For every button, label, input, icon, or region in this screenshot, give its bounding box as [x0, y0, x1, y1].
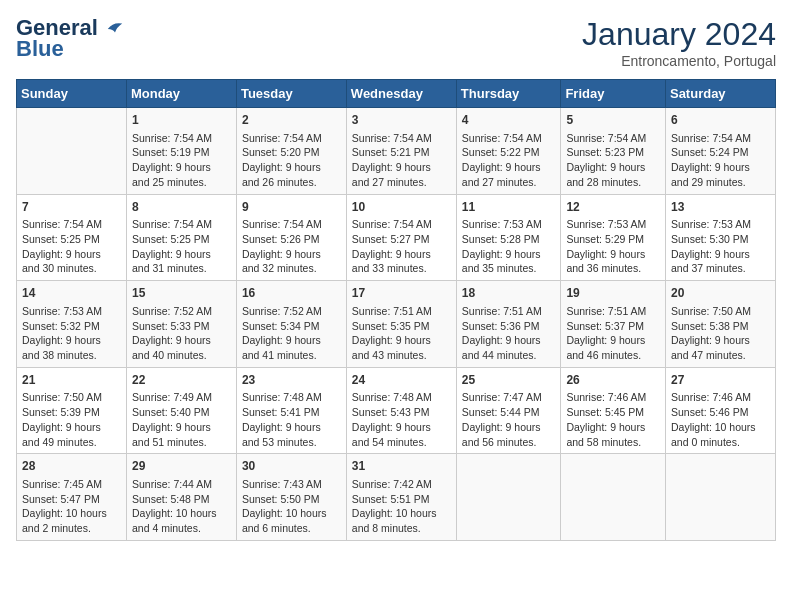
day-info: Sunrise: 7:44 AM Sunset: 5:48 PM Dayligh…	[132, 477, 231, 536]
day-info: Sunrise: 7:45 AM Sunset: 5:47 PM Dayligh…	[22, 477, 121, 536]
day-number: 9	[242, 199, 341, 216]
weekday-header: Sunday	[17, 80, 127, 108]
day-number: 20	[671, 285, 770, 302]
day-number: 23	[242, 372, 341, 389]
calendar-day-cell: 4Sunrise: 7:54 AM Sunset: 5:22 PM Daylig…	[456, 108, 561, 195]
day-info: Sunrise: 7:53 AM Sunset: 5:30 PM Dayligh…	[671, 217, 770, 276]
day-info: Sunrise: 7:48 AM Sunset: 5:41 PM Dayligh…	[242, 390, 341, 449]
day-info: Sunrise: 7:54 AM Sunset: 5:19 PM Dayligh…	[132, 131, 231, 190]
day-info: Sunrise: 7:48 AM Sunset: 5:43 PM Dayligh…	[352, 390, 451, 449]
day-info: Sunrise: 7:53 AM Sunset: 5:32 PM Dayligh…	[22, 304, 121, 363]
calendar-day-cell: 11Sunrise: 7:53 AM Sunset: 5:28 PM Dayli…	[456, 194, 561, 281]
weekday-header: Thursday	[456, 80, 561, 108]
title-area: January 2024 Entroncamento, Portugal	[582, 16, 776, 69]
day-number: 21	[22, 372, 121, 389]
calendar-day-cell	[17, 108, 127, 195]
day-info: Sunrise: 7:54 AM Sunset: 5:26 PM Dayligh…	[242, 217, 341, 276]
day-number: 22	[132, 372, 231, 389]
calendar-day-cell: 24Sunrise: 7:48 AM Sunset: 5:43 PM Dayli…	[346, 367, 456, 454]
day-info: Sunrise: 7:52 AM Sunset: 5:34 PM Dayligh…	[242, 304, 341, 363]
day-info: Sunrise: 7:50 AM Sunset: 5:39 PM Dayligh…	[22, 390, 121, 449]
calendar-day-cell: 7Sunrise: 7:54 AM Sunset: 5:25 PM Daylig…	[17, 194, 127, 281]
day-number: 11	[462, 199, 556, 216]
calendar-table: SundayMondayTuesdayWednesdayThursdayFrid…	[16, 79, 776, 541]
calendar-day-cell: 18Sunrise: 7:51 AM Sunset: 5:36 PM Dayli…	[456, 281, 561, 368]
day-number: 16	[242, 285, 341, 302]
calendar-day-cell: 8Sunrise: 7:54 AM Sunset: 5:25 PM Daylig…	[126, 194, 236, 281]
calendar-day-cell	[456, 454, 561, 541]
day-info: Sunrise: 7:53 AM Sunset: 5:29 PM Dayligh…	[566, 217, 660, 276]
day-info: Sunrise: 7:54 AM Sunset: 5:23 PM Dayligh…	[566, 131, 660, 190]
calendar-day-cell: 22Sunrise: 7:49 AM Sunset: 5:40 PM Dayli…	[126, 367, 236, 454]
day-number: 13	[671, 199, 770, 216]
day-info: Sunrise: 7:54 AM Sunset: 5:22 PM Dayligh…	[462, 131, 556, 190]
day-info: Sunrise: 7:51 AM Sunset: 5:37 PM Dayligh…	[566, 304, 660, 363]
day-info: Sunrise: 7:46 AM Sunset: 5:45 PM Dayligh…	[566, 390, 660, 449]
day-number: 10	[352, 199, 451, 216]
calendar-day-cell: 15Sunrise: 7:52 AM Sunset: 5:33 PM Dayli…	[126, 281, 236, 368]
header-row: SundayMondayTuesdayWednesdayThursdayFrid…	[17, 80, 776, 108]
day-info: Sunrise: 7:54 AM Sunset: 5:24 PM Dayligh…	[671, 131, 770, 190]
page-header: General Blue January 2024 Entroncamento,…	[16, 16, 776, 69]
day-info: Sunrise: 7:42 AM Sunset: 5:51 PM Dayligh…	[352, 477, 451, 536]
day-number: 1	[132, 112, 231, 129]
calendar-week-row: 14Sunrise: 7:53 AM Sunset: 5:32 PM Dayli…	[17, 281, 776, 368]
day-number: 17	[352, 285, 451, 302]
day-info: Sunrise: 7:49 AM Sunset: 5:40 PM Dayligh…	[132, 390, 231, 449]
day-number: 3	[352, 112, 451, 129]
calendar-day-cell: 17Sunrise: 7:51 AM Sunset: 5:35 PM Dayli…	[346, 281, 456, 368]
calendar-day-cell: 21Sunrise: 7:50 AM Sunset: 5:39 PM Dayli…	[17, 367, 127, 454]
day-number: 29	[132, 458, 231, 475]
calendar-day-cell: 5Sunrise: 7:54 AM Sunset: 5:23 PM Daylig…	[561, 108, 666, 195]
calendar-day-cell: 23Sunrise: 7:48 AM Sunset: 5:41 PM Dayli…	[236, 367, 346, 454]
calendar-day-cell: 31Sunrise: 7:42 AM Sunset: 5:51 PM Dayli…	[346, 454, 456, 541]
day-number: 4	[462, 112, 556, 129]
calendar-day-cell	[561, 454, 666, 541]
month-title: January 2024	[582, 16, 776, 53]
logo: General Blue	[16, 16, 124, 62]
calendar-week-row: 1Sunrise: 7:54 AM Sunset: 5:19 PM Daylig…	[17, 108, 776, 195]
weekday-header: Monday	[126, 80, 236, 108]
day-info: Sunrise: 7:46 AM Sunset: 5:46 PM Dayligh…	[671, 390, 770, 449]
day-info: Sunrise: 7:50 AM Sunset: 5:38 PM Dayligh…	[671, 304, 770, 363]
day-number: 6	[671, 112, 770, 129]
calendar-day-cell: 30Sunrise: 7:43 AM Sunset: 5:50 PM Dayli…	[236, 454, 346, 541]
calendar-day-cell: 13Sunrise: 7:53 AM Sunset: 5:30 PM Dayli…	[665, 194, 775, 281]
day-number: 5	[566, 112, 660, 129]
day-number: 25	[462, 372, 556, 389]
day-number: 31	[352, 458, 451, 475]
day-number: 7	[22, 199, 121, 216]
day-number: 24	[352, 372, 451, 389]
calendar-header: SundayMondayTuesdayWednesdayThursdayFrid…	[17, 80, 776, 108]
calendar-day-cell: 20Sunrise: 7:50 AM Sunset: 5:38 PM Dayli…	[665, 281, 775, 368]
day-info: Sunrise: 7:54 AM Sunset: 5:27 PM Dayligh…	[352, 217, 451, 276]
weekday-header: Saturday	[665, 80, 775, 108]
day-number: 28	[22, 458, 121, 475]
calendar-day-cell: 26Sunrise: 7:46 AM Sunset: 5:45 PM Dayli…	[561, 367, 666, 454]
weekday-header: Tuesday	[236, 80, 346, 108]
logo-bird-icon	[106, 20, 124, 38]
calendar-day-cell: 1Sunrise: 7:54 AM Sunset: 5:19 PM Daylig…	[126, 108, 236, 195]
calendar-week-row: 28Sunrise: 7:45 AM Sunset: 5:47 PM Dayli…	[17, 454, 776, 541]
location-subtitle: Entroncamento, Portugal	[582, 53, 776, 69]
day-info: Sunrise: 7:52 AM Sunset: 5:33 PM Dayligh…	[132, 304, 231, 363]
day-number: 8	[132, 199, 231, 216]
day-info: Sunrise: 7:54 AM Sunset: 5:20 PM Dayligh…	[242, 131, 341, 190]
calendar-day-cell: 27Sunrise: 7:46 AM Sunset: 5:46 PM Dayli…	[665, 367, 775, 454]
day-info: Sunrise: 7:54 AM Sunset: 5:25 PM Dayligh…	[22, 217, 121, 276]
weekday-header: Friday	[561, 80, 666, 108]
calendar-day-cell: 2Sunrise: 7:54 AM Sunset: 5:20 PM Daylig…	[236, 108, 346, 195]
calendar-day-cell: 19Sunrise: 7:51 AM Sunset: 5:37 PM Dayli…	[561, 281, 666, 368]
day-number: 18	[462, 285, 556, 302]
calendar-body: 1Sunrise: 7:54 AM Sunset: 5:19 PM Daylig…	[17, 108, 776, 541]
day-info: Sunrise: 7:54 AM Sunset: 5:25 PM Dayligh…	[132, 217, 231, 276]
day-number: 26	[566, 372, 660, 389]
day-info: Sunrise: 7:47 AM Sunset: 5:44 PM Dayligh…	[462, 390, 556, 449]
day-number: 30	[242, 458, 341, 475]
day-info: Sunrise: 7:51 AM Sunset: 5:36 PM Dayligh…	[462, 304, 556, 363]
day-info: Sunrise: 7:43 AM Sunset: 5:50 PM Dayligh…	[242, 477, 341, 536]
calendar-day-cell: 25Sunrise: 7:47 AM Sunset: 5:44 PM Dayli…	[456, 367, 561, 454]
calendar-day-cell: 6Sunrise: 7:54 AM Sunset: 5:24 PM Daylig…	[665, 108, 775, 195]
day-number: 19	[566, 285, 660, 302]
day-info: Sunrise: 7:53 AM Sunset: 5:28 PM Dayligh…	[462, 217, 556, 276]
